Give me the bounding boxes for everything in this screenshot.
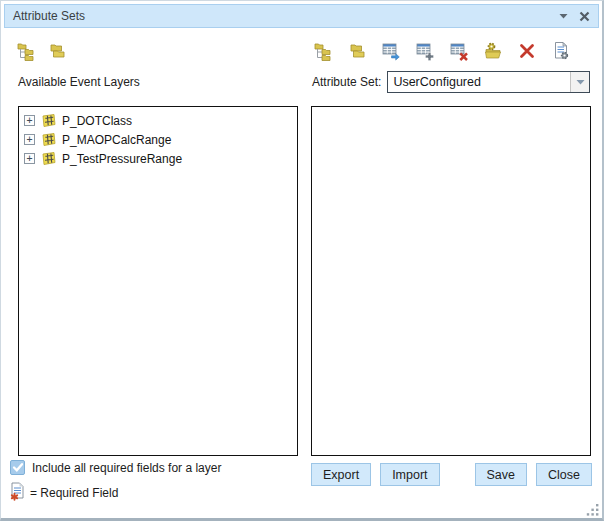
event-layer-icon [40, 132, 57, 147]
expand-plus-icon[interactable]: + [24, 115, 35, 126]
titlebar[interactable]: Attribute Sets [4, 4, 599, 28]
include-required-fields-label: Include all required fields for a layer [32, 461, 221, 475]
attribute-set-value: UserConfigured [388, 72, 570, 92]
add-layer-tree-icon[interactable] [15, 40, 37, 62]
required-field-icon [9, 482, 25, 504]
add-table-icon[interactable] [414, 40, 436, 62]
required-field-legend-text: = Required Field [30, 486, 118, 500]
required-field-legend-row: = Required Field [9, 482, 118, 504]
buttons-row: Export Import Save Close [311, 463, 592, 486]
close-button[interactable]: Close [536, 463, 592, 486]
event-layer-icon [40, 151, 57, 166]
attribute-set-label: Attribute Set: [312, 75, 381, 89]
attribute-sets-dialog: Attribute Sets [0, 0, 604, 521]
save-button[interactable]: Save [475, 463, 528, 486]
delete-table-icon[interactable] [448, 40, 470, 62]
left-toolbar [15, 40, 68, 62]
available-event-layers-panel: + P_DOTClass + P_MAOPCalcRange + [18, 106, 298, 456]
tree-item-p-dotclass[interactable]: + P_DOTClass [19, 111, 297, 130]
tree-item-label: P_TestPressureRange [62, 152, 182, 166]
expand-plus-icon[interactable]: + [24, 153, 35, 164]
chevron-down-icon[interactable] [559, 13, 568, 19]
event-layer-icon [40, 113, 57, 128]
dialog-title: Attribute Sets [13, 9, 85, 23]
titlebar-buttons [559, 11, 590, 22]
available-event-layers-label: Available Event Layers [18, 75, 140, 89]
export-button[interactable]: Export [311, 463, 371, 486]
expand-plus-icon[interactable]: + [24, 134, 35, 145]
attribute-set-row: Attribute Set: UserConfigured [312, 71, 590, 93]
add-all-layers-icon[interactable] [346, 40, 368, 62]
configure-report-icon[interactable] [550, 40, 572, 62]
attribute-set-fields-panel [311, 106, 591, 456]
open-attribute-set-folder-icon[interactable] [482, 40, 504, 62]
add-all-layers-icon[interactable] [46, 40, 68, 62]
tree-item-p-testpressurerange[interactable]: + P_TestPressureRange [19, 149, 297, 168]
resize-grip[interactable] [586, 503, 600, 517]
import-button[interactable]: Import [380, 463, 439, 486]
add-layer-tree-icon[interactable] [312, 40, 334, 62]
right-toolbar [312, 40, 572, 62]
combobox-dropdown-button[interactable] [570, 72, 589, 92]
open-table-icon[interactable] [380, 40, 402, 62]
tree-item-label: P_DOTClass [62, 114, 132, 128]
tree-item-label: P_MAOPCalcRange [62, 133, 171, 147]
tree-item-p-maopcalcrange[interactable]: + P_MAOPCalcRange [19, 130, 297, 149]
close-icon[interactable] [579, 11, 590, 22]
include-required-fields-checkbox[interactable] [10, 460, 25, 475]
include-required-fields-row: Include all required fields for a layer [10, 460, 221, 475]
attribute-set-combobox[interactable]: UserConfigured [387, 71, 590, 93]
delete-attribute-set-icon[interactable] [516, 40, 538, 62]
